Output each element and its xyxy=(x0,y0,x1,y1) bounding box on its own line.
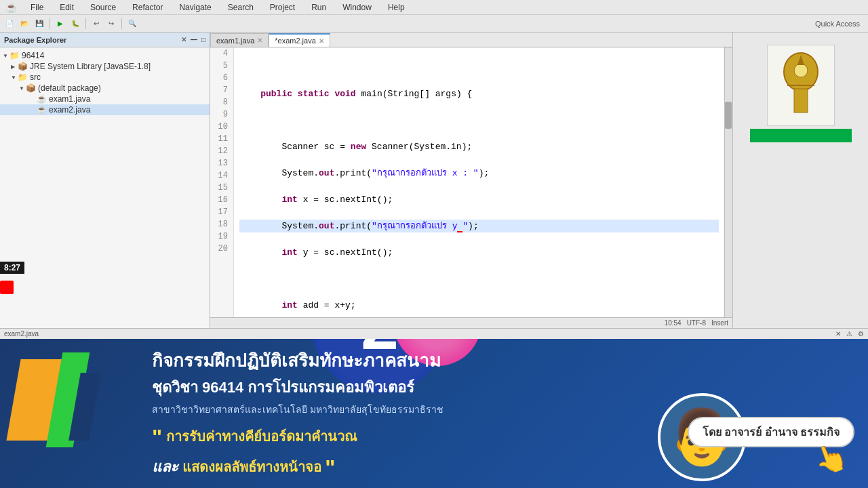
bottom-overlay: 2 กิจกรรมฝึกปฏิบัติเสริมทักษะภาคสนาม ชุด… xyxy=(0,339,868,488)
tree-arrow: ▼ xyxy=(11,75,18,81)
tree-item-jre[interactable]: ▶ 📦 JRE System Library [JavaSE-1.8] xyxy=(0,61,210,72)
crest-svg xyxy=(774,52,828,119)
tree-label: src xyxy=(30,73,41,82)
code-editor[interactable]: 4 5 6 7 8 9 10 11 12 13 14 15 16 17 18 1… xyxy=(210,47,732,317)
tree-arrow: ▼ xyxy=(3,53,9,59)
library-icon: 📦 xyxy=(18,62,28,71)
java-file-icon: ☕ xyxy=(37,94,47,104)
toolbar-run[interactable]: ▶ xyxy=(54,17,67,30)
toolbar: 📄 📂 💾 ▶ 🐛 ↩ ↪ 🔍 Quick Access xyxy=(0,15,868,33)
status-icon2: ⚠ xyxy=(846,330,852,338)
editor-area: exam1.java ✕ *exam2.java ✕ 4 5 6 7 8 9 1… xyxy=(210,33,732,328)
tab-exam2[interactable]: *exam2.java ✕ xyxy=(269,33,330,47)
tree-item-default-package[interactable]: ▼ 📦 (default package) xyxy=(0,83,210,94)
toolbar-separator-2 xyxy=(85,18,86,29)
panel-maximize[interactable]: □ xyxy=(201,36,205,43)
tab-close-icon[interactable]: ✕ xyxy=(319,37,324,45)
close-quote: " xyxy=(325,455,335,480)
menu-edit[interactable]: Edit xyxy=(57,1,77,14)
status-position: 10:54 xyxy=(665,319,682,327)
menu-navigate[interactable]: Navigate xyxy=(176,1,214,14)
record-button[interactable] xyxy=(0,281,14,294)
toolbar-open[interactable]: 📂 xyxy=(18,17,31,30)
status-bar: exam2.java ✕ ⚠ ⚙ xyxy=(0,328,868,339)
open-quote: " xyxy=(152,425,162,449)
quick-access[interactable]: Quick Access xyxy=(815,20,865,28)
menu-project[interactable]: Project xyxy=(267,1,298,14)
explorer-content: ▼ 📁 96414 ▶ 📦 JRE System Library [JavaSE… xyxy=(0,47,210,287)
sub-title: ชุดวิชา 96414 การโปรแกรมคอมพิวเตอร์ xyxy=(152,375,852,399)
folder-icon: 📁 xyxy=(18,73,28,82)
quote-line1: การรับค่าทางคีย์บอร์ดมาคำนวณ xyxy=(166,428,357,443)
tree-item-exam1[interactable]: ▶ ☕ exam1.java xyxy=(0,94,210,104)
menu-file[interactable]: File xyxy=(28,1,46,14)
and-keyword: และ xyxy=(152,458,178,474)
status-message: exam2.java xyxy=(4,330,39,338)
code-content: public static void main(String[] args) {… xyxy=(234,47,724,317)
tree-label: exam1.java xyxy=(49,94,90,104)
menu-refactor[interactable]: Refactor xyxy=(130,1,165,14)
menu-window[interactable]: Window xyxy=(340,1,374,14)
university-bar xyxy=(750,129,852,142)
ide-body: Package Explorer ✕ — □ ▼ 📁 96414 ▶ 📦 xyxy=(0,33,868,328)
folder-icon: 📁 xyxy=(9,51,20,60)
menu-help[interactable]: Help xyxy=(385,1,408,14)
quote-line2: แสดงผลลัพธ์ทางหน้าจอ xyxy=(182,459,321,474)
tree-label: 96414 xyxy=(22,51,44,60)
tree-item-src[interactable]: ▼ 📁 src xyxy=(0,72,210,83)
toolbar-new[interactable]: 📄 xyxy=(3,17,16,30)
editor-tabs: exam1.java ✕ *exam2.java ✕ xyxy=(210,33,732,47)
panel-title: Package Explorer xyxy=(4,36,177,44)
status-icon3: ⚙ xyxy=(858,330,864,338)
tree-arrow: ▼ xyxy=(19,85,26,92)
package-icon: 📦 xyxy=(26,83,36,93)
toolbar-debug[interactable]: 🐛 xyxy=(68,17,82,30)
tree-item-96414[interactable]: ▼ 📁 96414 xyxy=(0,50,210,61)
tree-item-exam2[interactable]: ▶ ☕ exam2.java xyxy=(0,104,210,115)
tab-exam1[interactable]: exam1.java ✕ xyxy=(210,33,269,47)
svg-point-2 xyxy=(794,64,808,77)
menu-search[interactable]: Search xyxy=(225,1,256,14)
tree-label: (default package) xyxy=(38,83,101,93)
toolbar-redo[interactable]: ↪ xyxy=(104,17,118,30)
menu-source[interactable]: Source xyxy=(87,1,119,14)
tree-label: JRE System Library [JavaSE-1.8] xyxy=(30,62,151,71)
scrollbar-thumb[interactable] xyxy=(725,102,732,129)
decorative-shapes xyxy=(0,339,149,488)
sub-text: สาขาวิชาวิทยาศาสตร์และเทคโนโลยี มหาวิทยา… xyxy=(152,402,852,417)
tree-arrow: ▶ xyxy=(11,64,18,70)
menu-bar: ☕ File Edit Source Refactor Navigate Sea… xyxy=(0,0,868,15)
right-panel xyxy=(732,33,868,328)
svg-rect-1 xyxy=(794,89,808,113)
tab-close-icon[interactable]: ✕ xyxy=(257,37,262,44)
main-title: กิจกรรมฝึกปฏิบัติเสริมทักษะภาคสนาม xyxy=(152,350,852,373)
status-encoding: UTF-8 xyxy=(687,319,706,327)
vertical-scrollbar[interactable] xyxy=(724,47,732,317)
panel-minimize[interactable]: — xyxy=(191,36,197,43)
toolbar-save[interactable]: 💾 xyxy=(33,17,46,30)
time-display: 8:27 xyxy=(0,262,24,274)
toolbar-separator-1 xyxy=(50,18,50,29)
editor-status-bar: 10:54 UTF-8 Insert xyxy=(210,317,732,328)
university-logo xyxy=(767,45,835,126)
tab-label: exam1.java xyxy=(216,37,254,45)
tree-label: exam2.java xyxy=(49,105,90,115)
toolbar-separator-3 xyxy=(121,18,122,29)
status-insert: Insert xyxy=(711,319,728,327)
java-file-icon: ☕ xyxy=(37,105,47,115)
line-numbers: 4 5 6 7 8 9 10 11 12 13 14 15 16 17 18 1… xyxy=(210,47,234,317)
ide-wrapper: ☕ File Edit Source Refactor Navigate Sea… xyxy=(0,0,868,339)
toolbar-search[interactable]: 🔍 xyxy=(125,17,139,30)
status-icon1: ✕ xyxy=(835,330,841,338)
logo-area xyxy=(750,39,852,148)
package-explorer: Package Explorer ✕ — □ ▼ 📁 96414 ▶ 📦 xyxy=(0,33,210,328)
panel-close-btn[interactable]: ✕ xyxy=(181,36,186,43)
toolbar-undo[interactable]: ↩ xyxy=(90,17,103,30)
menu-run[interactable]: Run xyxy=(309,1,329,14)
status-right: ✕ ⚠ ⚙ xyxy=(835,330,864,338)
app-icon: ☕ xyxy=(5,2,17,13)
panel-title-bar: Package Explorer ✕ — □ xyxy=(0,33,210,47)
tab-label: *exam2.java xyxy=(275,37,316,45)
